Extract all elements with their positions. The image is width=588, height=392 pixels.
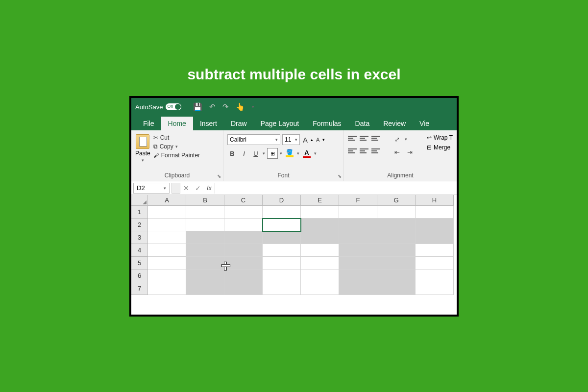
row-header-6[interactable]: 6 xyxy=(131,270,148,282)
chevron-down-icon[interactable]: ▾ xyxy=(297,151,299,156)
chevron-down-icon[interactable]: ▾ xyxy=(280,151,282,156)
cell[interactable] xyxy=(377,282,416,295)
font-color-button[interactable]: A xyxy=(301,149,312,158)
increase-font-button[interactable]: A xyxy=(302,136,309,144)
decrease-indent-button[interactable]: ⇤ xyxy=(392,147,402,157)
cell[interactable] xyxy=(148,282,186,295)
cell[interactable] xyxy=(148,244,186,257)
cell[interactable] xyxy=(377,206,416,219)
col-header-d[interactable]: D xyxy=(263,195,301,206)
font-name-select[interactable]: Calibri▾ xyxy=(227,134,280,145)
decrease-font-button[interactable]: A xyxy=(315,137,320,143)
row-header-3[interactable]: 3 xyxy=(131,231,148,244)
cell[interactable] xyxy=(263,231,301,244)
cell[interactable] xyxy=(339,244,377,257)
cell[interactable] xyxy=(339,231,377,244)
cell[interactable] xyxy=(148,231,186,244)
cell[interactable] xyxy=(301,244,339,257)
cell[interactable] xyxy=(263,270,301,282)
tab-formulas[interactable]: Formulas xyxy=(306,117,348,130)
row-header-5[interactable]: 5 xyxy=(131,257,148,270)
cell[interactable] xyxy=(301,206,339,219)
paste-button[interactable]: Paste ▾ xyxy=(135,132,150,171)
cell[interactable] xyxy=(416,219,454,231)
cell[interactable] xyxy=(263,244,301,257)
align-right-button[interactable] xyxy=(371,148,380,155)
cell[interactable] xyxy=(263,206,301,219)
tab-home[interactable]: Home xyxy=(161,117,193,130)
cell[interactable] xyxy=(224,219,263,231)
cell[interactable] xyxy=(263,257,301,270)
tab-insert[interactable]: Insert xyxy=(193,117,224,130)
cell[interactable] xyxy=(224,257,263,270)
fill-color-button[interactable]: 🪣 xyxy=(284,149,295,158)
cell[interactable] xyxy=(301,257,339,270)
tab-page-layout[interactable]: Page Layout xyxy=(254,117,306,130)
name-box[interactable]: D2▾ xyxy=(133,183,170,194)
orientation-button[interactable]: ⤢ xyxy=(392,134,402,144)
underline-button[interactable]: U xyxy=(251,148,261,158)
italic-button[interactable]: I xyxy=(239,148,249,158)
cell[interactable] xyxy=(416,244,454,257)
redo-icon[interactable]: ↷ xyxy=(222,102,229,111)
cell[interactable] xyxy=(186,206,224,219)
cell[interactable] xyxy=(339,206,377,219)
chevron-down-icon[interactable]: ▾ xyxy=(263,151,265,156)
cell[interactable] xyxy=(224,282,263,295)
cell[interactable] xyxy=(224,231,263,244)
cell[interactable] xyxy=(377,244,416,257)
tab-file[interactable]: File xyxy=(136,117,161,130)
cell[interactable] xyxy=(148,257,186,270)
col-header-f[interactable]: F xyxy=(339,195,377,206)
enter-formula-button[interactable]: ✓ xyxy=(192,184,204,192)
cell[interactable] xyxy=(339,270,377,282)
formula-input[interactable] xyxy=(215,183,457,194)
align-left-button[interactable] xyxy=(348,148,357,155)
cell[interactable] xyxy=(224,270,263,282)
row-header-7[interactable]: 7 xyxy=(131,282,148,295)
align-middle-button[interactable] xyxy=(360,136,368,143)
touch-mode-icon[interactable]: 👆 xyxy=(236,102,245,111)
cell[interactable] xyxy=(148,219,186,231)
borders-button[interactable]: ⊞ xyxy=(267,148,278,159)
cell[interactable] xyxy=(301,231,339,244)
col-header-b[interactable]: B xyxy=(186,195,224,206)
cell[interactable] xyxy=(416,231,454,244)
tab-view[interactable]: Vie xyxy=(413,117,436,130)
font-size-select[interactable]: 11▾ xyxy=(282,134,300,145)
cell[interactable] xyxy=(377,219,416,231)
row-header-4[interactable]: 4 xyxy=(131,244,148,257)
cell[interactable] xyxy=(339,282,377,295)
cell[interactable] xyxy=(377,231,416,244)
tab-draw[interactable]: Draw xyxy=(224,117,254,130)
cell[interactable] xyxy=(186,282,224,295)
cell[interactable] xyxy=(339,219,377,231)
align-top-button[interactable] xyxy=(348,136,357,143)
format-painter-button[interactable]: 🖌Format Painter xyxy=(153,152,200,159)
cell[interactable] xyxy=(263,282,301,295)
row-header-2[interactable]: 2 xyxy=(131,219,148,231)
cell[interactable] xyxy=(224,244,263,257)
cell[interactable] xyxy=(186,219,224,231)
row-header-1[interactable]: 1 xyxy=(131,206,148,219)
cell[interactable] xyxy=(416,257,454,270)
merge-button[interactable]: ⊟Merge xyxy=(427,144,453,151)
bold-button[interactable]: B xyxy=(227,148,237,158)
cell[interactable] xyxy=(416,282,454,295)
cell[interactable] xyxy=(301,219,339,231)
cell[interactable] xyxy=(377,270,416,282)
chevron-down-icon[interactable]: ▾ xyxy=(314,151,317,156)
align-center-button[interactable] xyxy=(360,148,368,155)
col-header-e[interactable]: E xyxy=(301,195,339,206)
cell-active-d2[interactable] xyxy=(263,219,301,231)
cell[interactable] xyxy=(186,257,224,270)
cell[interactable] xyxy=(186,231,224,244)
cell[interactable] xyxy=(148,206,186,219)
undo-icon[interactable]: ↶ xyxy=(209,102,216,111)
fx-button[interactable]: fx xyxy=(204,184,215,192)
align-bottom-button[interactable] xyxy=(371,136,380,143)
toggle-switch[interactable]: On xyxy=(166,103,181,110)
col-header-a[interactable]: A xyxy=(148,195,186,206)
increase-indent-button[interactable]: ⇥ xyxy=(405,147,415,157)
cell[interactable] xyxy=(186,270,224,282)
